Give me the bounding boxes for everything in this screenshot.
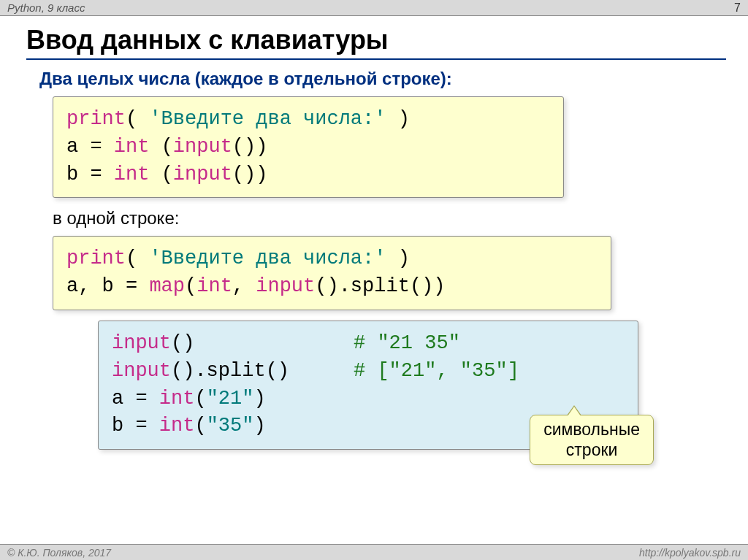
token-func: input — [173, 136, 232, 158]
page-number: 7 — [734, 1, 741, 15]
code-line: input()# "21 35" — [112, 330, 625, 358]
token-punct: () — [171, 330, 354, 358]
token-func: int — [114, 136, 161, 158]
token-punct: ) — [253, 388, 265, 410]
callout-line1: символьные — [543, 420, 640, 439]
token-var: a, b = — [66, 275, 149, 297]
code-block-1: print( 'Введите два числа:' ) a = int (i… — [53, 96, 564, 198]
token-string: 'Введите два числа:' — [137, 108, 397, 130]
token-punct: ) — [253, 415, 265, 437]
token-punct: ) — [398, 108, 410, 130]
footer-left: © К.Ю. Поляков, 2017 — [7, 547, 111, 559]
code-line: print( 'Введите два числа:' ) — [66, 245, 598, 273]
token-punct: ) — [398, 248, 410, 269]
token-punct: ()) — [232, 164, 268, 185]
token-punct: , — [232, 275, 256, 297]
token-punct: ( — [185, 275, 196, 297]
token-punct: ( — [161, 136, 173, 158]
token-string: 'Введите два числа:' — [137, 248, 397, 269]
code-block-3: input()# "21 35" input().split()# ["21",… — [98, 321, 638, 450]
token-var: b = — [112, 415, 159, 437]
token-keyword: print — [66, 248, 126, 269]
token-func: map — [149, 275, 185, 297]
callout-line2: строки — [566, 440, 618, 459]
token-comment: # "21 35" — [354, 332, 460, 354]
token-func: int — [159, 388, 195, 410]
token-punct: ( — [126, 248, 137, 269]
token-comment: # ["21", "35"] — [354, 360, 519, 382]
section-subtitle: Два целых числа (каждое в отдельной стро… — [39, 69, 726, 89]
token-var: b = — [66, 164, 114, 185]
slide-footer: © К.Ю. Поляков, 2017 http://kpolyakov.sp… — [0, 544, 748, 560]
code-block-2: print( 'Введите два числа:' ) a, b = map… — [53, 236, 611, 310]
code-line: input().split()# ["21", "35"] — [112, 358, 625, 386]
token-string: "21" — [207, 388, 254, 410]
token-func: input — [112, 360, 171, 382]
token-func: input — [112, 332, 171, 354]
token-var: a = — [112, 388, 159, 410]
footer-right: http://kpolyakov.spb.ru — [639, 547, 741, 559]
text-line: в одной строке: — [53, 208, 726, 229]
token-func: int — [159, 415, 195, 437]
header-left: Python, 9 класс — [7, 1, 85, 14]
token-func: input — [256, 275, 315, 297]
token-punct: ( — [194, 388, 206, 410]
token-keyword: print — [66, 108, 126, 130]
code-line: a, b = map(int, input().split()) — [66, 273, 598, 301]
token-punct: ( — [126, 108, 137, 130]
token-punct: ( — [161, 164, 173, 185]
token-func: int — [196, 275, 232, 297]
token-func: int — [114, 164, 161, 185]
token-string: "35" — [207, 415, 254, 437]
callout-box: символьные строки — [530, 415, 654, 465]
token-punct: ()) — [232, 136, 268, 158]
token-punct: ().split()) — [315, 275, 445, 297]
code-line: print( 'Введите два числа:' ) — [66, 106, 550, 134]
slide-title: Ввод данных с клавиатуры — [26, 25, 726, 60]
code-line: a = int (input()) — [66, 134, 550, 161]
token-func: input — [173, 164, 232, 185]
token-punct: ( — [194, 415, 206, 437]
code-line: a = int("21") — [112, 386, 625, 413]
slide-header: Python, 9 класс 7 — [0, 0, 748, 16]
token-punct: ().split() — [171, 358, 354, 386]
code-line: b = int (input()) — [66, 161, 550, 189]
slide-body: Ввод данных с клавиатуры Два целых числа… — [0, 16, 748, 450]
token-var: a = — [66, 136, 114, 158]
